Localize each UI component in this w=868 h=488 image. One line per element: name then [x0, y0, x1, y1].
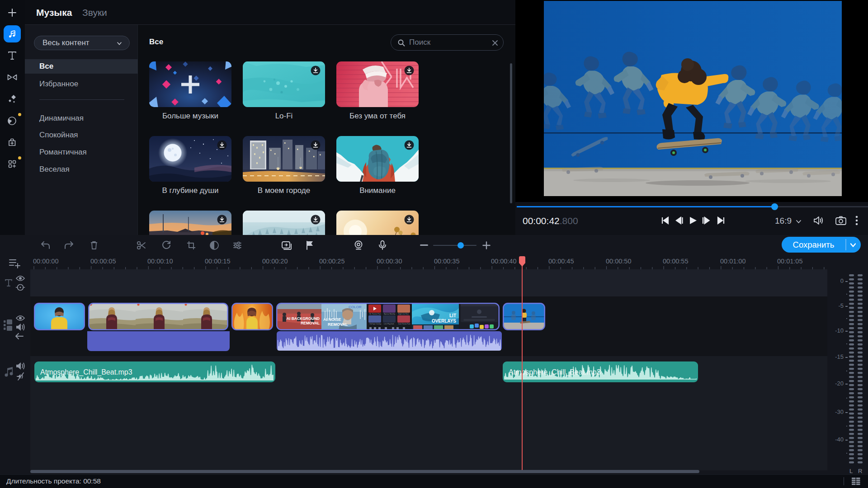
svg-text:Night Like Rest: Night Like Rest	[398, 313, 409, 315]
svg-text:Mystical Monthly: Mystical Monthly	[384, 313, 395, 315]
svg-text:AI BACKGROUND: AI BACKGROUND	[287, 316, 320, 321]
svg-text:AI NOISE: AI NOISE	[323, 317, 341, 322]
svg-text:Dark Theme Park: Dark Theme Park	[398, 323, 410, 325]
svg-text:LIT: LIT	[449, 313, 456, 318]
svg-text:Old Tape Overlay: Old Tape Overlay	[369, 323, 381, 325]
svg-text:REMOVAL: REMOVAL	[328, 322, 348, 327]
svg-text:Mr. Positive Park: Mr. Positive Park	[369, 313, 381, 315]
svg-text:Let's Play Dark: Let's Play Dark	[384, 323, 394, 325]
svg-text:REMOVAL: REMOVAL	[301, 321, 320, 325]
svg-text:OVERLAYS: OVERLAYS	[432, 319, 456, 324]
svg-text:COLOR: COLOR	[349, 305, 362, 309]
svg-text:Atmosphere_Chill_Beat.mp3: Atmosphere_Chill_Beat.mp3	[40, 368, 132, 376]
